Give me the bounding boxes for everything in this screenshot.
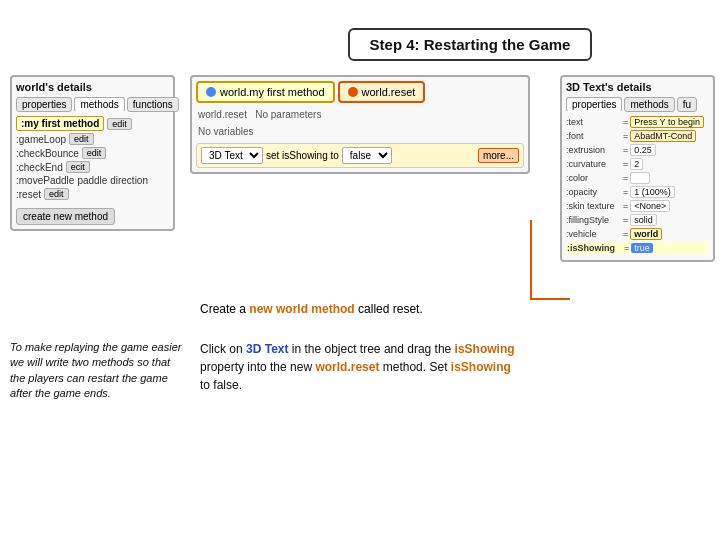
tab-methods[interactable]: methods: [74, 97, 124, 112]
right-tab-methods[interactable]: methods: [624, 97, 674, 112]
prop-is-showing-label: :isShowing: [567, 243, 622, 253]
checkend-edit[interactable]: ecit: [66, 161, 90, 173]
prop-color-value: [630, 172, 650, 184]
prop-text-value: Press Y to begin: [630, 116, 704, 128]
prop-vehicle-value: world: [630, 228, 662, 240]
params-label: world.reset: [198, 109, 252, 120]
method-my-first-method: :my first method edit: [16, 116, 169, 131]
dot-icon-reset: [348, 87, 358, 97]
prop-filling-style: :fillingStyle = solid: [566, 214, 709, 226]
dot-icon: [206, 87, 216, 97]
prop-text: :text = Press Y to begin: [566, 116, 709, 128]
more-button[interactable]: more...: [478, 148, 519, 163]
prop-filling-style-eq: =: [623, 215, 628, 225]
prop-color-label: :color: [566, 173, 621, 183]
arrow-vertical: [530, 220, 532, 300]
tab-functions[interactable]: functions: [127, 97, 179, 112]
prop-extrusion: :extrusion = 0.25: [566, 144, 709, 156]
prop-is-showing: :isShowing = true: [566, 242, 709, 254]
reset-edit[interactable]: edit: [44, 188, 69, 200]
prop-text-label: :text: [566, 117, 621, 127]
prop-extrusion-eq: =: [623, 145, 628, 155]
prop-font-value: AbadMT-Cond: [630, 130, 696, 142]
right-panel-tabs: properties methods fu: [566, 97, 709, 112]
prop-extrusion-label: :extrusion: [566, 145, 621, 155]
right-tab-properties[interactable]: properties: [566, 97, 622, 112]
prop-opacity-label: :opacity: [566, 187, 621, 197]
first-method-label: :my first method: [16, 116, 104, 131]
method-movepaddle: :movePaddle paddle direction: [16, 175, 169, 186]
bottom-left-text: To make replaying the game easier we wil…: [10, 340, 185, 402]
click-end2: to false.: [200, 378, 242, 392]
left-panel: world's details properties methods funct…: [10, 75, 175, 231]
left-panel-title: world's details: [16, 81, 169, 93]
tab-properties[interactable]: properties: [16, 97, 72, 112]
tab-reset-label: world.reset: [362, 86, 416, 98]
prop-is-showing-value: true: [631, 243, 653, 253]
right-tab-fu[interactable]: fu: [677, 97, 697, 112]
click-end: method. Set: [379, 360, 450, 374]
click-3d-text: 3D Text: [246, 342, 288, 356]
mid-panel: world.my first method world.reset world.…: [190, 75, 530, 174]
gameloop-edit[interactable]: edit: [69, 133, 94, 145]
code-object-select[interactable]: 3D Text: [201, 147, 263, 164]
prop-is-showing-eq: =: [624, 243, 629, 253]
tab-world-first-method[interactable]: world.my first method: [196, 81, 335, 103]
left-description: To make replaying the game easier we wil…: [10, 341, 181, 399]
prop-vehicle-eq: =: [623, 229, 628, 239]
prop-curvature-label: :curvature: [566, 159, 621, 169]
prop-skin-texture: :skin texture = <None>: [566, 200, 709, 212]
movepaddle-params: paddle direction: [77, 175, 148, 186]
tab-first-method-label: world.my first method: [220, 86, 325, 98]
right-panel-title: 3D Text's details: [566, 81, 709, 93]
prop-filling-style-value: solid: [630, 214, 657, 226]
create-method-instruction: Create a new world method called reset.: [200, 300, 423, 318]
tab-world-reset[interactable]: world.reset: [338, 81, 426, 103]
prop-font-label: :font: [566, 131, 621, 141]
prop-color: :color =: [566, 172, 709, 184]
prop-font-eq: =: [623, 131, 628, 141]
prop-vehicle: :vehicle = world: [566, 228, 709, 240]
left-panel-tabs: properties methods functions: [16, 97, 169, 112]
page-title: Step 4: Restarting the Game: [348, 28, 593, 61]
checkend-label: :checkEnd: [16, 162, 63, 173]
checkbounce-edit[interactable]: edit: [82, 147, 107, 159]
prop-skin-texture-eq: =: [623, 201, 628, 211]
prop-curvature-value: 2: [630, 158, 643, 170]
code-value-select[interactable]: false: [342, 147, 392, 164]
code-block: 3D Text set isShowing to false more...: [196, 143, 524, 168]
click-isshowing: isShowing: [455, 342, 515, 356]
method-reset: :reset edit: [16, 188, 169, 200]
prop-text-eq: =: [623, 117, 628, 127]
bottom-instruction: Click on 3D Text in the object tree and …: [200, 340, 520, 394]
click-world-reset: world.reset: [315, 360, 379, 374]
right-panel: 3D Text's details properties methods fu …: [560, 75, 715, 262]
prop-font: :font = AbadMT-Cond: [566, 130, 709, 142]
create-new-method-text: new world method: [249, 302, 354, 316]
click-isshowing2: isShowing: [451, 360, 511, 374]
prop-extrusion-value: 0.25: [630, 144, 656, 156]
prop-opacity: :opacity = 1 (100%): [566, 186, 709, 198]
first-method-edit[interactable]: edit: [107, 118, 132, 130]
prop-opacity-eq: =: [623, 187, 628, 197]
prop-skin-texture-label: :skin texture: [566, 201, 621, 211]
prop-color-eq: =: [623, 173, 628, 183]
prop-vehicle-label: :vehicle: [566, 229, 621, 239]
method-gameloop: :gameLoop edit: [16, 133, 169, 145]
method-checkbounce: :checkBounce edit: [16, 147, 169, 159]
create-prefix: Create a: [200, 302, 249, 316]
params-row: world.reset No parameters: [196, 107, 524, 122]
reset-label: :reset: [16, 189, 41, 200]
click-mid: in the object tree and drag the: [288, 342, 454, 356]
checkbounce-label: :checkBounce: [16, 148, 79, 159]
prop-skin-texture-value: <None>: [630, 200, 670, 212]
prop-filling-style-label: :fillingStyle: [566, 215, 621, 225]
method-editor-tabs: world.my first method world.reset: [196, 81, 524, 103]
params-value: No parameters: [255, 109, 321, 120]
create-suffix: called reset.: [355, 302, 423, 316]
movepaddle-label: :movePaddle: [16, 175, 74, 186]
arrow-horizontal: [530, 298, 570, 300]
create-new-method-btn[interactable]: create new method: [16, 208, 115, 225]
click-prefix: Click on: [200, 342, 246, 356]
prop-curvature-eq: =: [623, 159, 628, 169]
